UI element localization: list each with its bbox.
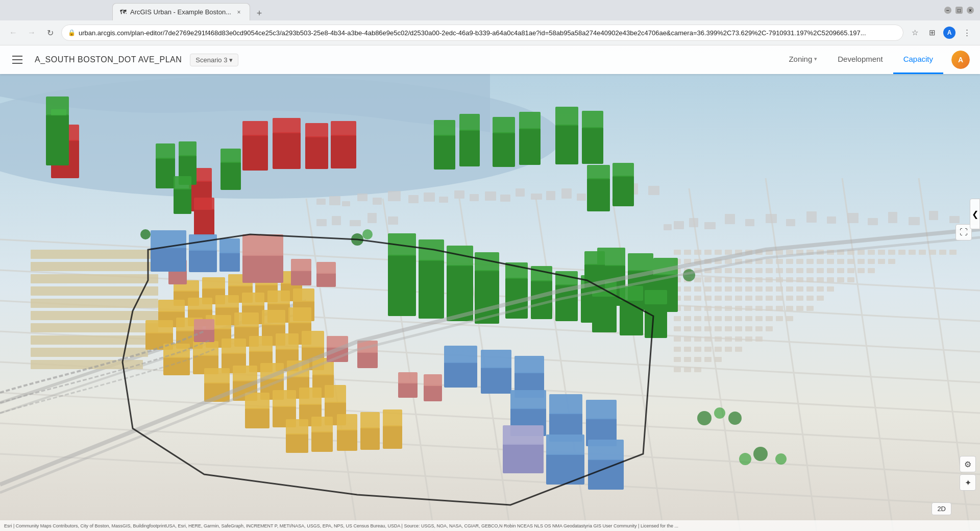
svg-rect-360 — [151, 247, 186, 272]
svg-rect-197 — [806, 306, 814, 311]
svg-rect-438 — [587, 165, 610, 179]
nav-item-zoning[interactable]: Zoning ▾ — [778, 45, 827, 74]
svg-rect-217 — [745, 326, 752, 331]
svg-rect-180 — [786, 296, 793, 301]
svg-rect-257 — [202, 277, 225, 289]
browser-toolbar-right: ☆ ⊞ A ⋮ — [908, 26, 974, 40]
svg-rect-386 — [51, 109, 66, 115]
svg-rect-273 — [267, 291, 290, 304]
svg-rect-239 — [704, 357, 712, 362]
svg-rect-271 — [242, 293, 264, 306]
svg-rect-238 — [694, 357, 701, 362]
tab-title: ArcGIS Urban - Example Boston... — [130, 8, 231, 16]
sun-icon[interactable]: ✦ — [960, 474, 976, 491]
svg-rect-248 — [31, 299, 158, 308]
svg-rect-429 — [592, 296, 617, 332]
svg-rect-390 — [179, 141, 197, 156]
svg-point-448 — [739, 453, 751, 465]
settings-icon[interactable]: ⚙ — [960, 456, 976, 472]
svg-rect-383 — [503, 425, 544, 445]
svg-rect-369 — [481, 350, 511, 368]
svg-rect-345 — [424, 374, 442, 386]
svg-rect-108 — [827, 259, 834, 264]
svg-rect-310 — [245, 408, 270, 428]
svg-rect-319 — [286, 419, 308, 435]
svg-rect-33 — [500, 195, 510, 202]
svg-rect-62 — [929, 211, 938, 220]
address-text: urban.arcgis.com/plan-editor/7de2769e291… — [79, 29, 897, 37]
svg-rect-353 — [331, 121, 356, 136]
svg-rect-86 — [888, 250, 895, 255]
svg-rect-331 — [291, 259, 311, 271]
svg-rect-44 — [332, 216, 341, 225]
hamburger-menu-button[interactable] — [10, 52, 27, 68]
app-title: A_SOUTH BOSTON_DOT AVE_PLAN — [35, 55, 182, 64]
svg-rect-404 — [555, 107, 578, 126]
svg-rect-301 — [204, 368, 230, 383]
svg-rect-241 — [674, 367, 681, 372]
svg-rect-92 — [949, 250, 957, 255]
attribution-bar: Esri | Community Maps Contributors, City… — [0, 520, 980, 531]
svg-rect-303 — [233, 366, 257, 381]
nav-item-capacity[interactable]: Capacity — [893, 45, 943, 74]
svg-rect-335 — [194, 319, 214, 330]
svg-rect-67 — [694, 250, 701, 255]
svg-rect-381 — [588, 440, 624, 460]
profile-button[interactable]: A — [942, 26, 957, 40]
svg-rect-382 — [503, 444, 544, 473]
svg-rect-35 — [531, 194, 542, 200]
svg-rect-367 — [444, 346, 477, 363]
svg-rect-350 — [305, 136, 328, 169]
user-avatar-circle: A — [951, 51, 970, 69]
window-minimize-button[interactable]: − — [944, 7, 951, 14]
svg-rect-212 — [694, 326, 701, 331]
back-button[interactable]: ← — [6, 26, 20, 40]
svg-rect-340 — [357, 352, 378, 368]
browser-tab-active[interactable]: 🗺 ArcGIS Urban - Example Boston... × — [112, 3, 250, 20]
svg-rect-32 — [485, 191, 496, 201]
svg-rect-251 — [31, 335, 153, 345]
forward-button[interactable]: → — [24, 26, 39, 40]
svg-rect-141 — [735, 277, 742, 282]
svg-rect-46 — [368, 213, 377, 223]
svg-rect-144 — [766, 277, 773, 282]
svg-rect-265 — [158, 300, 185, 312]
svg-rect-109 — [837, 259, 844, 264]
svg-rect-252 — [31, 348, 148, 357]
svg-rect-191 — [745, 306, 752, 311]
map-container[interactable]: ❮ ⛶ ⚙ ✦ 2D Esri | Community Maps Contrib… — [0, 45, 980, 531]
svg-rect-104 — [786, 259, 793, 264]
svg-rect-329 — [242, 234, 283, 256]
svg-rect-152 — [847, 277, 854, 282]
svg-rect-209 — [786, 316, 793, 321]
svg-rect-250 — [31, 323, 158, 332]
tab-close-button[interactable]: × — [234, 8, 243, 17]
svg-rect-351 — [305, 123, 328, 137]
extensions-button[interactable]: ⊞ — [925, 26, 939, 40]
svg-rect-89 — [919, 250, 926, 255]
svg-rect-405 — [582, 127, 603, 164]
app-nav: Zoning ▾ Development Capacity — [778, 45, 943, 74]
collapse-panel-button[interactable]: ❮ — [970, 199, 980, 229]
svg-rect-157 — [715, 286, 722, 292]
new-tab-button[interactable]: + — [252, 6, 266, 20]
svg-rect-223 — [704, 336, 712, 342]
scenario-label: Scenario 3 — [195, 56, 227, 64]
window-maximize-button[interactable]: □ — [955, 7, 963, 14]
user-avatar[interactable]: A — [951, 51, 970, 69]
svg-rect-200 — [694, 316, 701, 321]
svg-rect-106 — [806, 259, 814, 264]
nav-item-development[interactable]: Development — [827, 45, 893, 74]
svg-rect-213 — [704, 326, 712, 331]
svg-rect-344 — [424, 385, 442, 401]
window-close-button[interactable]: × — [967, 7, 974, 14]
address-bar[interactable]: 🔒 urban.arcgis.com/plan-editor/7de2769e2… — [61, 25, 903, 41]
reload-button[interactable]: ↻ — [43, 26, 57, 40]
more-button[interactable]: ⋮ — [960, 26, 974, 40]
svg-rect-24 — [357, 194, 368, 201]
svg-rect-402 — [519, 112, 541, 129]
scenario-selector[interactable]: Scenario 3 ▾ — [190, 54, 238, 66]
svg-rect-349 — [273, 118, 301, 133]
bookmark-button[interactable]: ☆ — [908, 26, 922, 40]
2d-button[interactable]: 2D — [932, 502, 951, 515]
